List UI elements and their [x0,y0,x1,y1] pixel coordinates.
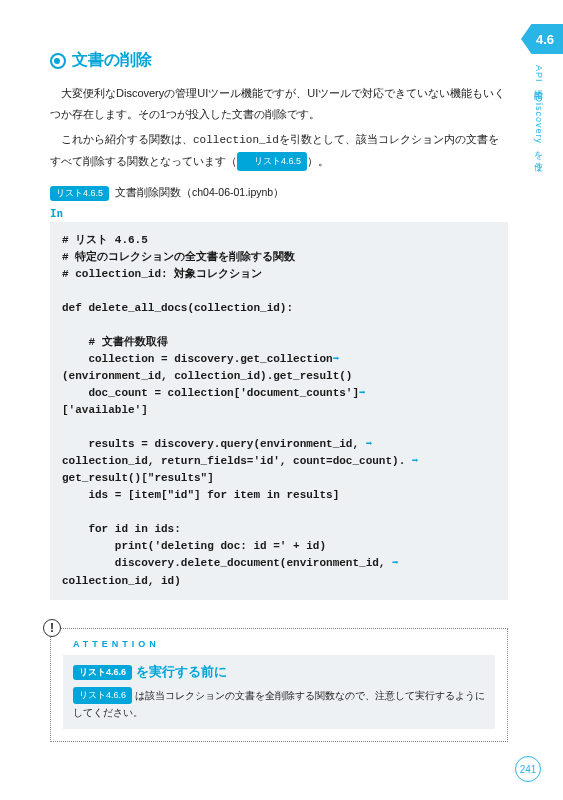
section-title-text: 文書の削除 [72,50,152,71]
listing-header: リスト4.6.5 文書削除関数（ch04-06-01.ipynb） [50,186,508,201]
code-line: def delete_all_docs(collection_id): [62,302,293,314]
list-badge: リスト4.6.5 [50,186,109,201]
code-line: # リスト 4.6.5 [62,234,148,246]
attention-body: リスト4.6.6 は該当コレクションの文書を全削除する関数なので、注意して実行す… [73,687,485,721]
code-line: for id in ids: [62,523,181,535]
code-line: collection_id, id) [62,575,181,587]
attention-label: ATTENTION [73,639,495,649]
code-line: ['available'] [62,404,148,416]
code-line: ids = [item["id"] for item in results] [62,489,339,501]
code-line: # collection_id: 対象コレクション [62,268,262,280]
code-line: get_result()["results"] [62,472,214,484]
code-line: collection = discovery.get_collection [62,353,333,365]
code-line: print('deleting doc: id =' + id) [62,540,326,552]
code-block: # リスト 4.6.5 # 特定のコレクションの全文書を削除する関数 # col… [50,222,508,600]
inline-code: collection_id [193,134,279,146]
section-title: 文書の削除 [50,50,508,71]
side-label: API経由でDiscoveryを使う [532,65,545,167]
exclamation-icon: ! [43,619,61,637]
attention-inner: リスト4.6.6 を実行する前に リスト4.6.6 は該当コレクションの文書を全… [63,655,495,729]
code-line: results = discovery.query(environment_id… [62,438,366,450]
code-line: # 特定のコレクションの全文書を削除する関数 [62,251,295,263]
listing-caption: 文書削除関数（ch04-06-01.ipynb） [115,186,284,200]
continuation-arrow-icon: ➡ [366,438,373,450]
in-label: In [50,207,508,220]
list-badge: リスト4.6.6 [73,665,132,680]
attention-title: リスト4.6.6 を実行する前に [73,663,485,681]
paragraph-1: 大変便利なDiscoveryの管理UIツール機能ですが、UIツールで対応できてい… [50,83,508,125]
attention-box: ! ATTENTION リスト4.6.6 を実行する前に リスト4.6.6 は該… [50,628,508,742]
code-line: discovery.delete_document(environment_id… [62,557,392,569]
paragraph-2: これから紹介する関数は、collection_idを引数として、該当コレクション… [50,129,508,172]
text: これから紹介する関数は、 [61,133,193,145]
list-badge: リスト4.6.6 [73,687,132,704]
code-line: (environment_id, collection_id).get_resu… [62,370,352,382]
continuation-arrow-icon: ➡ [392,557,399,569]
code-line: collection_id, return_fields='id', count… [62,455,412,467]
continuation-arrow-icon: ➡ [412,455,419,467]
continuation-arrow-icon: ➡ [333,353,340,365]
attention-body-text: は該当コレクションの文書を全削除する関数なので、注意して実行するようにしてくださ… [73,690,485,718]
page-number: 241 [515,756,541,782]
section-number-tab: 4.6 [521,24,563,54]
list-badge: リスト4.6.5 [237,152,307,171]
continuation-arrow-icon: ➡ [359,387,366,399]
code-line: doc_count = collection['document_counts'… [62,387,359,399]
attention-title-text: を実行する前に [136,664,227,679]
text: ）。 [307,155,329,167]
code-line: # 文書件数取得 [62,336,168,348]
